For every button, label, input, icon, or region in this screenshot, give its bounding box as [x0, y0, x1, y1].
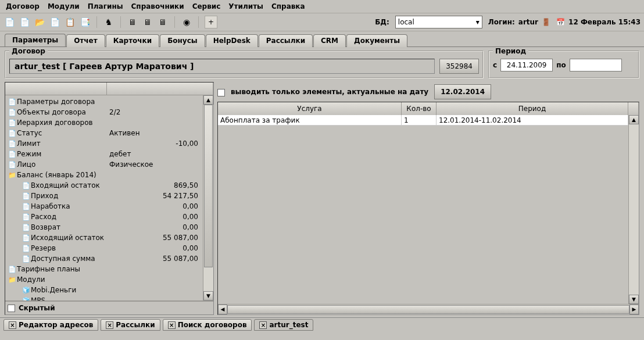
scroll-down-icon[interactable]: ▼ [629, 295, 639, 304]
tree-row[interactable]: 🧊Mobi.Деньги [5, 285, 203, 295]
bottom-tab-mailings[interactable]: × Рассылки [101, 319, 160, 331]
bottom-tabbar: × Редактор адресов × Рассылки × Поиск до… [0, 317, 644, 332]
tab-parameters[interactable]: Параметры [5, 34, 66, 46]
tree-row[interactable]: 📄Доступная сумма55 087,00 [5, 253, 203, 264]
bottom-tab-addresses[interactable]: × Редактор адресов [3, 319, 98, 331]
tree-row[interactable]: 📄Исходящий остаток55 087,00 [5, 232, 203, 243]
tab-mail[interactable]: Рассылки [259, 34, 313, 47]
contract-title[interactable]: artur_test [ Гареев Артур Маратович ] [9, 59, 435, 74]
scroll-right-icon[interactable]: ▶ [629, 305, 639, 314]
tree-header-col1[interactable] [5, 83, 107, 95]
menu-item[interactable]: Плагины [88, 2, 123, 10]
tree-node-label: Лимит [17, 139, 107, 148]
scroll-thumb[interactable] [227, 305, 629, 314]
tree-row[interactable]: 📁Модули [5, 274, 203, 285]
tree-node-icon: 📄 [22, 192, 31, 200]
scroll-down-icon[interactable]: ▼ [203, 291, 213, 300]
tree-node-icon: 📄 [8, 140, 17, 148]
close-icon[interactable]: × [9, 321, 16, 329]
tree-row[interactable]: 📄Иерархия договоров [5, 117, 203, 128]
tree-row[interactable]: 📁Баланс (январь 2014) [5, 170, 203, 180]
grid-header-service[interactable]: Услуга [218, 102, 402, 115]
refresh-icon[interactable]: ◉ [181, 16, 192, 28]
file-icon[interactable]: 📄 [49, 16, 60, 28]
folder-icon[interactable]: 📂 [34, 16, 45, 28]
files-icon[interactable]: 📑 [79, 16, 91, 28]
vertical-scrollbar[interactable]: ▲ ▼ [203, 95, 213, 300]
grid-horizontal-scrollbar[interactable]: ◀ ▶ [218, 304, 639, 314]
tree-node-icon: 📄 [8, 119, 17, 127]
menu-item[interactable]: Справка [271, 2, 305, 10]
tree-row[interactable]: 📄ЛицоФизическое [5, 159, 203, 170]
close-icon[interactable]: × [168, 321, 176, 329]
tree-header-col2[interactable] [107, 83, 213, 95]
bottom-tab-search[interactable]: × Поиск договоров [163, 319, 252, 331]
menubar: Договор Модули Плагины Справочники Серви… [0, 0, 644, 13]
tree-node-value: 0,00 [107, 223, 201, 231]
grid-header-qty[interactable]: Кол-во [402, 102, 437, 115]
bottom-tab-artur[interactable]: × artur_test [254, 319, 313, 331]
grid-vertical-scrollbar[interactable]: ▲ ▼ [628, 115, 639, 304]
menu-item[interactable]: Модули [48, 2, 80, 10]
tab-crm[interactable]: CRM [313, 34, 346, 47]
scroll-up-icon[interactable]: ▲ [629, 115, 639, 124]
tab-documents[interactable]: Документы [346, 34, 407, 47]
menu-item[interactable]: Сервис [192, 2, 221, 10]
filter-date-button[interactable]: 12.02.2014 [434, 84, 491, 99]
tree-row[interactable]: 🧊MPS [5, 295, 203, 301]
contract-id-button[interactable]: 352984 [439, 59, 479, 74]
stack-icon[interactable]: ♞ [103, 16, 115, 28]
grid-header-period[interactable]: Период [437, 102, 628, 115]
scroll-up-icon[interactable]: ▲ [203, 95, 213, 105]
toolbar-separator [96, 16, 97, 28]
tree-row[interactable]: 📄Приход54 217,50 [5, 191, 203, 201]
filter-checkbox[interactable] [217, 89, 225, 96]
tree-row[interactable]: 📄Параметры договора [5, 96, 203, 107]
close-icon[interactable]: × [259, 321, 267, 329]
scroll-thumb[interactable] [204, 105, 213, 267]
tab-report[interactable]: Отчет [66, 34, 105, 47]
tree-row[interactable]: 📄Наработка0,00 [5, 201, 203, 212]
tree-node-label: Наработка [31, 202, 107, 210]
tree-node-icon: 📄 [22, 255, 31, 263]
tree-panel: 📄Параметры договора📄Объекты договора2/2📄… [5, 82, 214, 315]
tree-row[interactable]: 📄Резерв0,00 [5, 243, 203, 253]
tree-node-label: Доступная сумма [31, 255, 107, 263]
monitor-green-icon[interactable]: 🖥 [142, 16, 153, 28]
tab-helpdesk[interactable]: HelpDesk [206, 34, 258, 47]
tree-node-icon: 📄 [8, 130, 17, 137]
tree-row[interactable]: 📄СтатусАктивен [5, 128, 203, 138]
tree-node-label: Входящий остаток [31, 181, 107, 189]
tree-row[interactable]: 📄Расход0,00 [5, 212, 203, 222]
monitor-red-icon[interactable]: 🖥 [157, 16, 169, 28]
copy-icon[interactable]: 📋 [64, 16, 76, 28]
period-from-input[interactable] [500, 59, 553, 71]
tree-node-icon: 📄 [22, 245, 31, 252]
file-yellow-icon[interactable]: 📄 [3, 16, 15, 28]
menu-item[interactable]: Справочники [131, 2, 184, 10]
tree-row[interactable]: 📄Тарифные планы [5, 264, 203, 274]
tab-bonuses[interactable]: Бонусы [160, 34, 205, 47]
datetime: 📅 12 Февраль 15:43 [556, 18, 641, 26]
tree-row[interactable]: 📄Объекты договора2/2 [5, 107, 203, 117]
period-from-label: с [493, 61, 497, 69]
tree-header [5, 83, 213, 95]
tree-row[interactable]: 📄Лимит-10,00 [5, 138, 203, 149]
period-to-input[interactable] [570, 59, 622, 71]
db-select[interactable]: local ▾ [395, 16, 482, 28]
grid-row[interactable]: Абонплата за трафик 1 12.01.2014-11.02.2… [218, 115, 628, 126]
tree-node-value: дебет [107, 150, 201, 158]
menu-item[interactable]: Утилиты [228, 2, 263, 10]
monitor-blue-icon[interactable]: 🖥 [127, 16, 138, 28]
tree-row[interactable]: 📄Входящий остаток869,50 [5, 180, 203, 191]
close-icon[interactable]: × [106, 321, 113, 329]
tree-row[interactable]: 📄Возврат0,00 [5, 222, 203, 232]
tree-row[interactable]: 📄Режимдебет [5, 149, 203, 159]
file-new-icon[interactable]: 📄 [19, 16, 30, 28]
scroll-left-icon[interactable]: ◀ [218, 305, 227, 314]
hidden-checkbox[interactable] [8, 305, 15, 312]
tab-cards[interactable]: Карточки [106, 34, 160, 47]
exit-icon[interactable]: 🚪 [542, 18, 550, 26]
menu-item[interactable]: Договор [6, 2, 40, 10]
add-button[interactable]: + [205, 16, 217, 28]
